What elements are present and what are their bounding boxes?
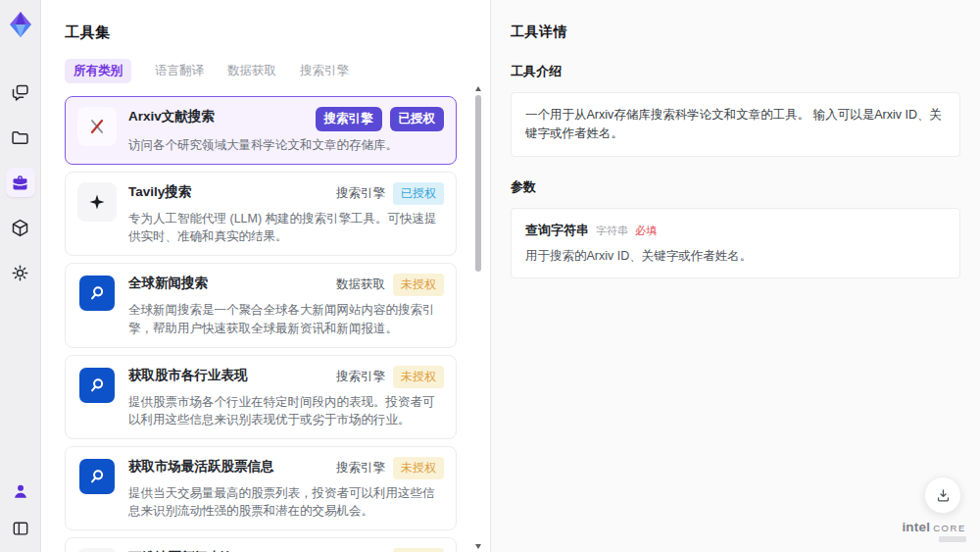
scrollbar-up-arrow-icon[interactable]: [475, 86, 481, 91]
tool-card-list: Arxiv文献搜索 搜索引擎 已授权 访问各个研究领域大量科学论文和文章的存储库…: [65, 96, 470, 552]
intel-core-logo: intel CORE: [902, 521, 966, 543]
param-required-label: 必填: [635, 224, 657, 238]
param-name: 查询字符串: [525, 222, 589, 239]
tool-title: Arxiv文献搜索: [128, 107, 215, 125]
sparkle-icon: [77, 182, 117, 222]
detail-title: 工具详情: [511, 24, 960, 41]
intro-box: 一个用于从Arxiv存储库搜索科学论文和文章的工具。 输入可以是Arxiv ID…: [511, 92, 960, 157]
tab-data-acquisition[interactable]: 数据获取: [227, 59, 276, 83]
tool-title: 获取股市各行业表现: [128, 366, 248, 384]
param-type: 字符串: [596, 224, 628, 238]
tab-search-engine[interactable]: 搜索引擎: [300, 59, 349, 83]
panel-toggle-icon[interactable]: [7, 515, 34, 542]
tool-card-tavily[interactable]: Tavily搜索 搜索引擎 已授权 专为人工智能代理 (LLM) 构建的搜索引擎…: [65, 172, 457, 256]
rail-bottom: [7, 477, 34, 542]
tool-description: 提供当天交易量最高的股票列表，投资者可以利用这些信息来识别流动性强的股票和潜在的…: [128, 484, 440, 520]
newspaper-icon: [77, 548, 117, 552]
unauthorized-badge: 未授权: [393, 548, 444, 552]
download-button[interactable]: [924, 477, 961, 514]
news-search-icon: [79, 276, 115, 311]
category-badge[interactable]: 搜索引擎: [316, 107, 382, 131]
category-label: 搜索引擎: [336, 369, 385, 385]
download-icon: [935, 487, 952, 504]
rail-nav: [6, 77, 35, 287]
brand-sub-mark: [939, 536, 966, 542]
core-wordmark: CORE: [933, 524, 966, 533]
nav-folder-icon[interactable]: [6, 123, 35, 152]
stock-search-icon: [79, 459, 115, 494]
tool-detail-panel: 工具详情 工具介绍 一个用于从Arxiv存储库搜索科学论文和文章的工具。 输入可…: [490, 0, 980, 552]
tab-all-categories[interactable]: 所有类别: [65, 59, 131, 83]
tool-card-most-active-stocks[interactable]: 获取市场最活跃股票信息 搜索引擎 未授权 提供当天交易量最高的股票列表，投资者可…: [65, 446, 457, 530]
intro-heading: 工具介绍: [511, 63, 960, 80]
authorized-badge: 已授权: [393, 182, 444, 205]
nav-settings-gear-icon[interactable]: [6, 258, 35, 287]
tool-card-arxiv[interactable]: Arxiv文献搜索 搜索引擎 已授权 访问各个研究领域大量科学论文和文章的存储库…: [65, 96, 457, 165]
app-logo gem-icon[interactable]: [5, 9, 36, 40]
stock-search-icon: [79, 368, 115, 403]
unauthorized-badge: 未授权: [393, 274, 444, 296]
scrollbar-thumb[interactable]: [475, 95, 481, 272]
unauthorized-badge: 未授权: [393, 457, 444, 479]
scrollbar-down-arrow-icon[interactable]: [475, 544, 481, 549]
category-label: 数据获取: [336, 276, 385, 293]
tool-list-panel: 工具集 所有类别 语言翻译 数据获取 搜索引擎 Arxiv文献搜索: [41, 0, 490, 552]
category-label: 搜索引擎: [336, 460, 385, 477]
tool-description: 访问各个研究领域大量科学论文和文章的存储库。: [128, 136, 440, 154]
nav-chat-icon[interactable]: [6, 77, 35, 107]
left-rail: [0, 0, 41, 552]
arxiv-icon: [77, 107, 117, 146]
params-heading: 参数: [511, 178, 960, 196]
nav-toolbox-icon[interactable]: [6, 168, 35, 197]
app-window: 工具集 所有类别 语言翻译 数据获取 搜索引擎 Arxiv文献搜索: [0, 0, 980, 552]
tool-card-global-news[interactable]: 全球新闻搜索 数据获取 未授权 全球新闻搜索是一个聚合全球各大新闻网站内容的搜索…: [65, 263, 457, 347]
page-title: 工具集: [65, 24, 470, 42]
tool-title: 万维地区新闻查询: [128, 548, 234, 552]
param-box: 查询字符串 字符串 必填 用于搜索的Arxiv ID、关键字或作者姓名。: [511, 208, 960, 278]
tool-card-regional-news[interactable]: 万维地区新闻查询 搜索引擎 未授权 查询具体行政区划内的新闻，快速了解各地新闻动: [65, 537, 457, 552]
list-scrollbar[interactable]: [474, 86, 482, 549]
user-profile-icon[interactable]: [7, 477, 34, 505]
authorized-badge[interactable]: 已授权: [390, 107, 445, 131]
nav-cube-icon[interactable]: [6, 213, 35, 242]
tab-language-translation[interactable]: 语言翻译: [155, 59, 204, 83]
tool-description: 专为人工智能代理 (LLM) 构建的搜索引擎工具。可快速提供实时、准确和真实的结…: [128, 210, 440, 245]
tool-title: 全球新闻搜索: [128, 274, 208, 292]
intel-wordmark: intel: [902, 521, 930, 534]
intro-text: 一个用于从Arxiv存储库搜索科学论文和文章的工具。 输入可以是Arxiv ID…: [525, 106, 946, 143]
category-label: 搜索引擎: [336, 185, 385, 202]
unauthorized-badge: 未授权: [393, 366, 444, 388]
tool-card-sector-performance[interactable]: 获取股市各行业表现 搜索引擎 未授权 提供股票市场各个行业在特定时间段内的表现。…: [65, 355, 457, 439]
tool-description: 提供股票市场各个行业在特定时间段内的表现。投资者可以利用这些信息来识别表现优于或…: [128, 393, 440, 428]
tool-title: Tavily搜索: [128, 182, 191, 201]
category-tabs: 所有类别 语言翻译 数据获取 搜索引擎: [65, 59, 470, 83]
param-description: 用于搜索的Arxiv ID、关键字或作者姓名。: [525, 248, 946, 265]
tool-description: 全球新闻搜索是一个聚合全球各大新闻网站内容的搜索引擎，帮助用户快速获取全球最新资…: [128, 301, 440, 336]
tool-title: 获取市场最活跃股票信息: [128, 457, 274, 476]
